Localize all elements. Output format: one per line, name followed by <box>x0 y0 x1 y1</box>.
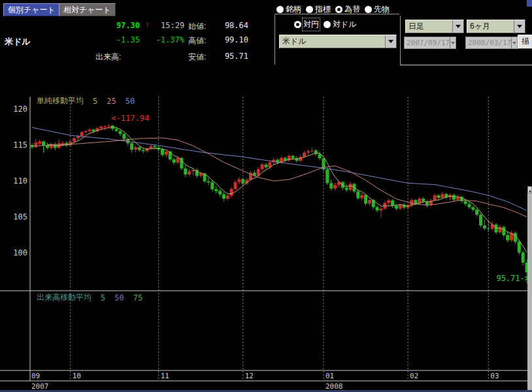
scroll-up-icon[interactable] <box>527 186 532 193</box>
candle <box>364 195 367 203</box>
candle <box>161 150 164 155</box>
radio-circle-icon[interactable] <box>294 21 301 28</box>
candle <box>214 189 218 191</box>
radio-label: 対円 <box>303 19 319 30</box>
candle <box>498 227 501 232</box>
radio-label: 銘柄 <box>286 4 301 15</box>
candle <box>325 169 329 183</box>
high-label: 高値: <box>188 35 206 46</box>
candle <box>506 235 509 240</box>
radio-circle-icon[interactable] <box>324 21 331 28</box>
candle <box>410 200 413 205</box>
pair-radio-group: 対円対ドル <box>294 19 361 30</box>
category-radio[interactable]: 指標 <box>306 4 331 15</box>
quote-time: 15:29 <box>161 21 184 30</box>
radio-label: 為替 <box>344 4 360 15</box>
candle <box>103 126 107 127</box>
y-tick-label: 115 <box>0 140 27 150</box>
month-label: 09 <box>31 372 40 380</box>
candle <box>475 210 478 215</box>
high-value: 99.10 <box>220 35 248 44</box>
chevron-down-icon[interactable] <box>514 20 525 33</box>
candle <box>380 208 383 210</box>
candle <box>360 195 363 198</box>
radio-circle-icon[interactable] <box>335 6 342 13</box>
candle <box>199 173 203 176</box>
candle <box>495 225 498 233</box>
month-label: 02 <box>410 372 418 380</box>
volume-ma-legend: 出来高移動平均 55075 <box>37 292 152 303</box>
tick-direction-arrow-icon: ↑ <box>145 20 149 29</box>
window-corner-decoration <box>527 0 532 7</box>
candle <box>115 129 118 131</box>
candle <box>433 195 437 201</box>
volume-label: 出来高: <box>95 52 121 63</box>
open-value: 98.64 <box>220 21 248 30</box>
legend-period: 25 <box>107 97 116 106</box>
candle <box>230 189 233 195</box>
radio-circle-icon[interactable] <box>365 6 372 13</box>
pair-radio[interactable]: 対ドル <box>324 19 357 30</box>
candle <box>261 165 264 169</box>
legend-period: 5 <box>101 293 105 302</box>
month-label: 01 <box>325 372 334 380</box>
period-select[interactable]: 日足 <box>405 20 464 33</box>
legend-period: 50 <box>114 293 124 302</box>
date-to-value: 2008/03/17 <box>466 39 511 47</box>
symbol-select[interactable]: 米ドル <box>279 35 397 48</box>
candle <box>210 182 214 189</box>
pair-radio[interactable]: 対円 <box>294 19 319 30</box>
radio-circle-icon[interactable] <box>306 6 313 13</box>
candle <box>130 143 133 150</box>
candle <box>502 227 505 235</box>
candle <box>349 184 352 189</box>
candle <box>464 201 467 204</box>
category-radio[interactable]: 為替 <box>335 4 360 15</box>
candlestick-chart <box>0 91 532 392</box>
chevron-down-icon[interactable] <box>452 20 463 33</box>
candle <box>80 132 84 136</box>
category-radio[interactable]: 先物 <box>365 4 390 15</box>
radio-circle-icon[interactable] <box>276 6 284 13</box>
candle <box>291 156 295 159</box>
candle <box>218 191 222 194</box>
legend-period: 75 <box>133 293 142 302</box>
draw-button[interactable]: 描 <box>518 35 532 49</box>
category-radio[interactable]: 銘柄 <box>276 4 301 15</box>
candle <box>241 179 244 184</box>
radio-label: 対ドル <box>333 19 357 30</box>
candle <box>176 158 179 163</box>
date-from-field[interactable]: 2007/09/17 <box>404 37 456 49</box>
candle <box>391 201 394 206</box>
range-select-value: 6ヶ月 <box>467 21 514 32</box>
tab-relative-chart[interactable]: 相対チャート <box>59 3 116 16</box>
chevron-down-icon <box>511 37 517 48</box>
candle <box>73 139 76 142</box>
date-to-field[interactable]: 2008/03/17 <box>465 37 518 49</box>
price-change-percent: -1.37% <box>156 35 184 44</box>
period-select-value: 日足 <box>406 21 452 32</box>
candle <box>38 142 41 144</box>
chevron-down-icon[interactable] <box>385 35 396 48</box>
candle <box>303 153 306 157</box>
y-tick-label: 120 <box>0 105 27 114</box>
candle <box>345 188 348 189</box>
low-price-annotation: 95.71-> <box>496 274 529 283</box>
price-change: -1.35 <box>114 35 140 44</box>
price-ma-legend: 単純移動平均 52550 <box>37 95 144 106</box>
candle <box>522 252 525 262</box>
candle <box>483 225 486 228</box>
candle <box>414 200 417 204</box>
tab-individual-chart[interactable]: 個別チャート <box>3 3 60 16</box>
range-select[interactable]: 6ヶ月 <box>467 20 525 33</box>
candle <box>518 242 521 253</box>
candle <box>165 152 168 155</box>
chart-scrollbar[interactable] <box>527 186 532 392</box>
candle <box>399 204 402 208</box>
candle <box>88 129 91 131</box>
candle <box>149 146 152 148</box>
candle <box>91 129 95 131</box>
open-label: 始値: <box>188 21 206 32</box>
symbol-select-value: 米ドル <box>280 36 385 47</box>
candle <box>441 194 444 198</box>
